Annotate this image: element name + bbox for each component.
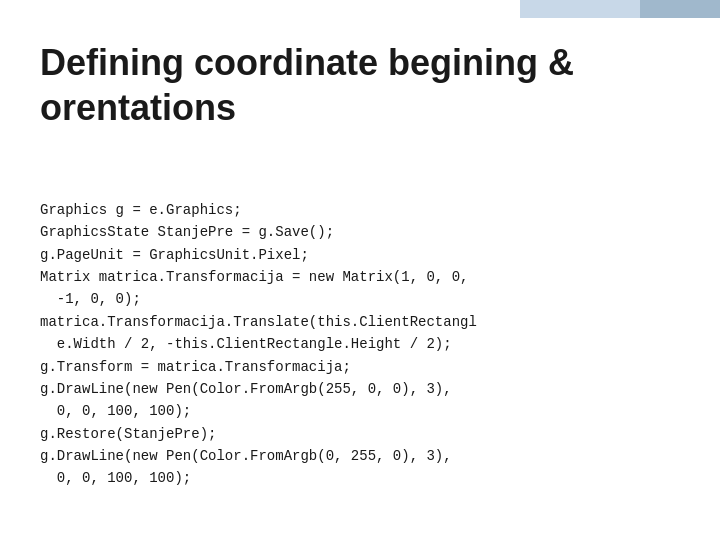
code-line: matrica.Transformacija.Translate(this.Cl… <box>40 311 680 333</box>
code-line: g.Restore(StanjePre); <box>40 423 680 445</box>
top-bar-dark-block <box>640 0 720 18</box>
code-line: -1, 0, 0); <box>40 288 680 310</box>
title-line2: orentations <box>40 87 236 128</box>
slide-content: Defining coordinate begining & orentatio… <box>40 40 680 520</box>
code-line: GraphicsState StanjePre = g.Save(); <box>40 221 680 243</box>
code-line: g.PageUnit = GraphicsUnit.Pixel; <box>40 244 680 266</box>
code-line: g.DrawLine(new Pen(Color.FromArgb(255, 0… <box>40 378 680 400</box>
title-line1: Defining coordinate begining & <box>40 42 574 83</box>
code-line: g.DrawLine(new Pen(Color.FromArgb(0, 255… <box>40 445 680 467</box>
code-line: e.Width / 2, -this.ClientRectangle.Heigh… <box>40 333 680 355</box>
code-line: Graphics g = e.Graphics; <box>40 199 680 221</box>
code-line: 0, 0, 100, 100); <box>40 467 680 489</box>
code-block: Graphics g = e.Graphics;GraphicsState St… <box>40 154 680 490</box>
top-bar-light-block <box>520 0 640 18</box>
code-line: Matrix matrica.Transformacija = new Matr… <box>40 266 680 288</box>
slide-title: Defining coordinate begining & orentatio… <box>40 40 680 130</box>
code-line: 0, 0, 100, 100); <box>40 400 680 422</box>
code-line: g.Transform = matrica.Transformacija; <box>40 356 680 378</box>
top-bar <box>520 0 720 18</box>
